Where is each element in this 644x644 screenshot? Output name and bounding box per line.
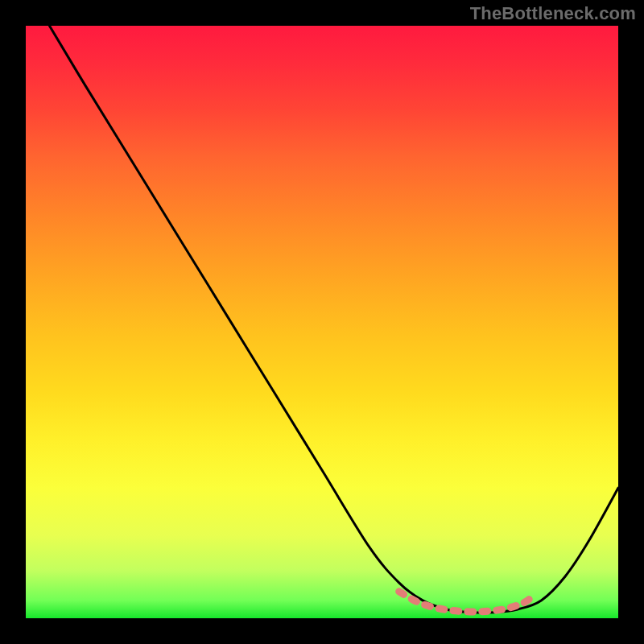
watermark-text: TheBottleneck.com bbox=[470, 3, 636, 24]
plot-area bbox=[26, 26, 618, 618]
optimal-zone-curve bbox=[399, 592, 535, 612]
chart-frame: TheBottleneck.com bbox=[0, 0, 644, 644]
bottleneck-curve bbox=[49, 26, 618, 613]
curve-svg bbox=[26, 26, 618, 618]
